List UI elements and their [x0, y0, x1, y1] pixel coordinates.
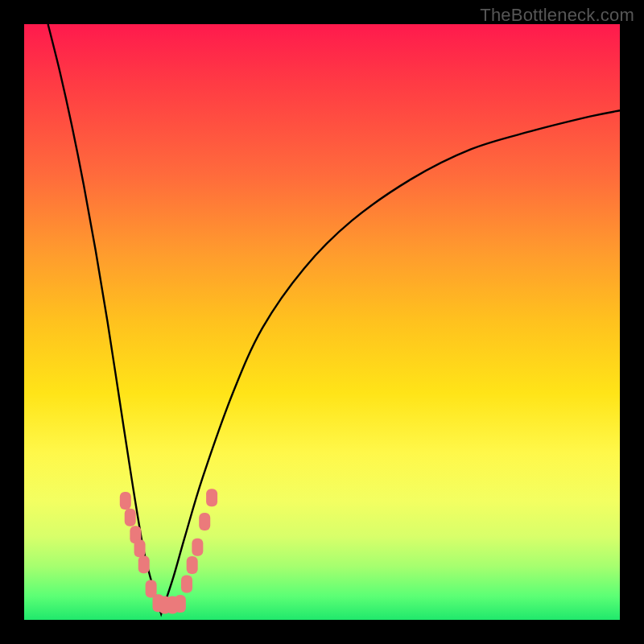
data-marker	[199, 513, 210, 530]
data-marker	[187, 556, 198, 574]
data-marker	[134, 539, 146, 557]
bottleneck-curve	[48, 24, 620, 614]
data-marker	[120, 492, 131, 510]
marker-group	[120, 489, 217, 613]
curve-layer	[24, 24, 620, 620]
data-marker	[181, 576, 192, 593]
watermark-text: TheBottleneck.com	[480, 5, 634, 26]
data-marker	[206, 489, 217, 506]
data-marker	[192, 539, 203, 556]
plot-area	[24, 24, 620, 620]
chart-frame: TheBottleneck.com	[0, 0, 644, 644]
data-marker	[138, 555, 150, 573]
data-marker	[175, 595, 186, 613]
data-marker	[125, 509, 136, 526]
